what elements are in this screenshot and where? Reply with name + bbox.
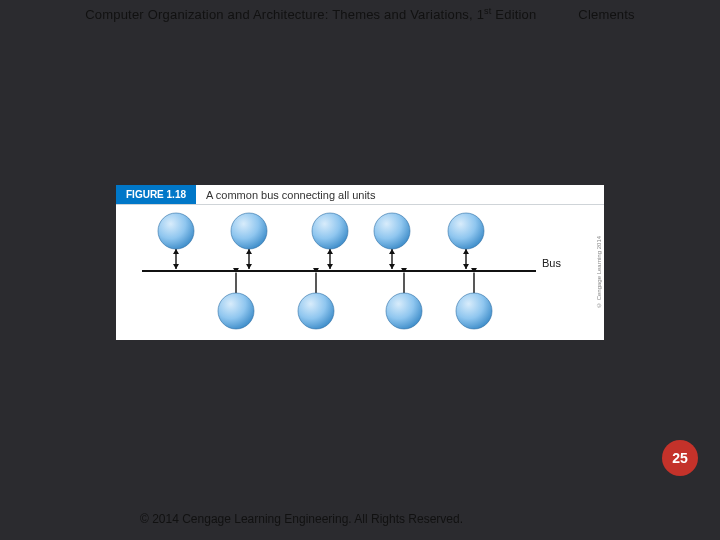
- svg-marker-12: [327, 249, 333, 254]
- svg-marker-8: [246, 249, 252, 254]
- edition-superscript: st: [484, 6, 491, 16]
- svg-point-21: [448, 213, 484, 249]
- svg-text:Bus: Bus: [542, 257, 561, 269]
- book-title-prefix: Computer Organization and Architecture: …: [85, 7, 484, 22]
- svg-point-25: [218, 293, 254, 329]
- svg-marker-11: [327, 264, 333, 269]
- figure-header: FIGURE 1.18 A common bus connecting all …: [116, 185, 604, 205]
- svg-marker-16: [389, 249, 395, 254]
- figure-number-badge: FIGURE 1.18: [116, 185, 196, 204]
- slide-header: Computer Organization and Architecture: …: [0, 6, 720, 22]
- svg-point-33: [386, 293, 422, 329]
- bus-diagram-svg: Bus: [116, 205, 590, 340]
- svg-point-5: [158, 213, 194, 249]
- page-number: 25: [672, 450, 688, 466]
- svg-point-17: [374, 213, 410, 249]
- svg-marker-3: [173, 264, 179, 269]
- bus-diagram: Bus: [116, 205, 604, 340]
- figure-container: FIGURE 1.18 A common bus connecting all …: [116, 185, 604, 340]
- copyright-footer: © 2014 Cengage Learning Engineering. All…: [140, 512, 463, 526]
- figure-side-credit: © Cengage Learning 2014: [592, 207, 606, 337]
- author-name: Clements: [578, 7, 635, 22]
- svg-point-37: [456, 293, 492, 329]
- svg-marker-15: [389, 264, 395, 269]
- svg-marker-19: [463, 264, 469, 269]
- figure-caption: A common bus connecting all units: [196, 185, 385, 204]
- svg-point-9: [231, 213, 267, 249]
- svg-marker-4: [173, 249, 179, 254]
- svg-marker-20: [463, 249, 469, 254]
- page-number-badge: 25: [662, 440, 698, 476]
- book-title-suffix: Edition: [492, 7, 537, 22]
- svg-point-13: [312, 213, 348, 249]
- svg-point-29: [298, 293, 334, 329]
- svg-marker-7: [246, 264, 252, 269]
